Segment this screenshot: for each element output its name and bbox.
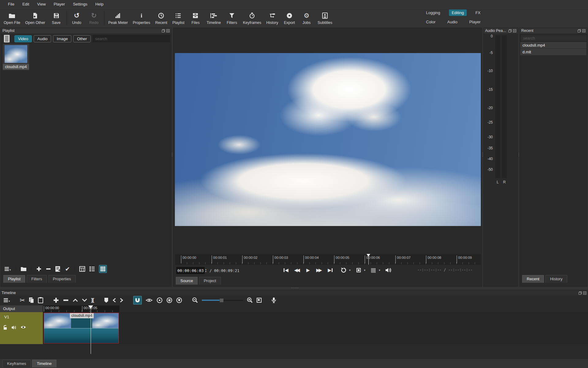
grid-menu-caret[interactable]: ▾ (379, 269, 380, 272)
menu-help[interactable]: Help (92, 1, 107, 7)
output-track-button[interactable]: Output (0, 305, 43, 312)
export-button[interactable]: Export (281, 8, 298, 28)
lock-track-icon[interactable] (3, 325, 8, 330)
redo-button[interactable]: ↻ Redo (85, 8, 103, 28)
mute-track-icon[interactable] (11, 325, 17, 330)
playlist-view-icon[interactable] (3, 35, 10, 43)
float-panel-icon[interactable] (579, 291, 582, 295)
track-lane-v1[interactable] (43, 312, 588, 344)
timeline-menu-button[interactable]: ▾ (3, 298, 10, 303)
snap-toggle-button[interactable] (133, 296, 142, 305)
horizontal-splitter[interactable] (292, 288, 298, 288)
close-panel-icon[interactable] (583, 291, 586, 295)
tab-history[interactable]: History (545, 275, 567, 283)
float-panel-icon[interactable] (578, 29, 581, 33)
jobs-button[interactable]: ⚙ Jobs (298, 8, 315, 28)
zoom-menu-caret[interactable]: ▾ (364, 269, 366, 272)
next-marker-icon[interactable] (120, 298, 123, 303)
tab-recent[interactable]: Recent (522, 275, 544, 283)
copy-icon[interactable] (28, 297, 34, 303)
close-panel-icon[interactable] (166, 29, 170, 33)
float-panel-icon[interactable] (162, 29, 165, 33)
menu-file[interactable]: File (4, 1, 18, 7)
timecode-spinner[interactable]: ▴▾ (205, 268, 206, 273)
tiles-view-icon[interactable] (89, 266, 95, 271)
layout-audio-button[interactable]: Audio (444, 19, 460, 25)
playlist-button[interactable]: Playlist (170, 8, 187, 28)
layout-editing-button[interactable]: Editing (449, 10, 467, 16)
skip-to-end-button[interactable]: ▶ (325, 266, 335, 274)
playlist-menu-button[interactable]: ▾ (4, 266, 11, 271)
track-head-v1[interactable]: V1 (0, 312, 43, 344)
hide-track-icon[interactable] (20, 325, 26, 330)
layout-player-button[interactable]: Player (466, 19, 483, 25)
loop-menu-caret[interactable]: ▾ (349, 269, 351, 272)
play-button[interactable]: ▶ (303, 266, 313, 274)
close-panel-icon[interactable] (513, 29, 516, 33)
keyframes-button[interactable]: Keyframes (240, 8, 264, 28)
grid-button[interactable] (368, 266, 378, 274)
recent-item-dmlt[interactable]: d.mlt (520, 49, 586, 55)
vertical-splitter[interactable] (482, 153, 483, 156)
layout-color-button[interactable]: Color (423, 19, 438, 25)
ripple-all-tracks-icon[interactable] (166, 297, 172, 303)
ripple-delete-icon[interactable] (63, 297, 69, 303)
zoom-in-icon[interactable] (247, 297, 253, 303)
lift-icon[interactable] (73, 298, 78, 302)
playlist-item-clouds8[interactable]: clouds8.mp4 (3, 44, 29, 70)
tab-source[interactable]: Source (176, 277, 198, 285)
tab-filters[interactable]: Filters (27, 275, 47, 283)
save-button[interactable]: Save (48, 8, 65, 28)
video-preview[interactable] (175, 53, 481, 226)
tab-playlist[interactable]: Playlist (3, 275, 25, 283)
filter-tab-other[interactable]: Other (73, 35, 91, 42)
layout-fx-button[interactable]: FX (473, 10, 483, 16)
details-view-icon[interactable] (79, 266, 85, 272)
filter-tab-image[interactable]: Image (53, 35, 71, 42)
update-icon[interactable] (55, 266, 61, 272)
append-icon[interactable] (53, 297, 59, 303)
subtitles-button[interactable]: Subtitles (315, 8, 335, 28)
filters-button[interactable]: Filters (223, 8, 240, 28)
append-icon[interactable] (36, 266, 42, 272)
scrub-while-dragging-icon[interactable] (145, 298, 153, 303)
recent-search-input[interactable] (520, 35, 587, 41)
ripple-markers-icon[interactable] (176, 297, 182, 303)
menu-edit[interactable]: Edit (19, 1, 33, 7)
ripple-icon[interactable] (156, 297, 163, 303)
position-timecode-field[interactable] (176, 267, 205, 274)
recent-button[interactable]: Recent (153, 8, 170, 28)
loop-button[interactable] (339, 266, 349, 274)
previous-marker-icon[interactable] (112, 298, 116, 303)
timeline-ruler[interactable]: 00:00:00 00:00:05 (43, 305, 119, 312)
marker-icon[interactable] (104, 297, 109, 303)
timeline-button[interactable]: Timeline (204, 8, 223, 28)
close-panel-icon[interactable] (582, 29, 586, 33)
vertical-splitter[interactable] (172, 153, 172, 156)
menu-view[interactable]: View (33, 1, 49, 7)
player-playhead[interactable] (368, 256, 369, 265)
timeline-clip-clouds8[interactable]: clouds8.mp4 (44, 313, 119, 343)
zoom-slider-handle[interactable] (220, 298, 224, 302)
properties-button[interactable]: i Properties (130, 8, 153, 28)
cut-icon[interactable]: ✂ (20, 297, 25, 304)
volume-button[interactable] (383, 266, 393, 274)
filter-tab-audio[interactable]: Audio (34, 35, 51, 42)
peak-meter-button[interactable]: Peak Meter (106, 8, 130, 28)
float-panel-icon[interactable] (508, 29, 512, 33)
overwrite-icon[interactable] (82, 298, 87, 302)
zoom-out-icon[interactable] (192, 297, 198, 303)
record-audio-icon[interactable] (271, 297, 276, 303)
menu-player[interactable]: Player (50, 1, 69, 7)
skip-to-start-button[interactable]: ◀ (281, 266, 291, 274)
zoom-fit-button[interactable] (354, 266, 364, 274)
layout-logging-button[interactable]: Logging (423, 10, 443, 16)
filter-tab-video[interactable]: Video (14, 35, 32, 42)
timeline-zoom-slider[interactable] (202, 298, 243, 302)
split-icon[interactable]: ][ (91, 297, 94, 303)
history-button[interactable]: History (264, 8, 281, 28)
rewind-button[interactable]: ◀◀ (292, 266, 301, 274)
update-thumbnails-check-icon[interactable]: ✔ (65, 266, 70, 272)
remove-icon[interactable] (46, 266, 51, 272)
recent-item-clouds8[interactable]: clouds8.mp4 (520, 42, 586, 48)
